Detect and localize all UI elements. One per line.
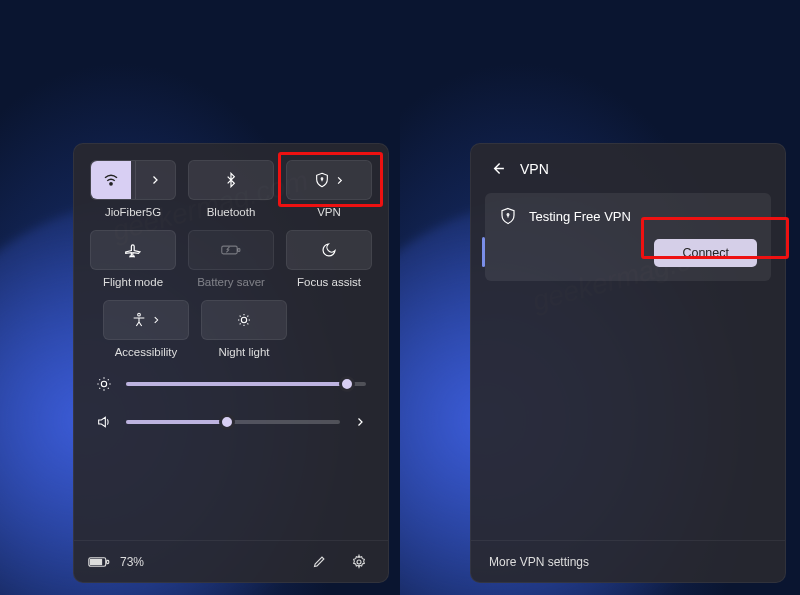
svg-rect-8 <box>107 560 109 563</box>
night-light-icon <box>236 312 252 328</box>
battery-percentage: 73% <box>120 555 144 569</box>
svg-point-6 <box>101 381 106 386</box>
accessibility-icon <box>131 312 147 328</box>
svg-point-0 <box>110 183 112 185</box>
svg-point-10 <box>357 560 361 564</box>
battery-status-icon <box>88 555 110 569</box>
accessibility-label: Accessibility <box>115 346 178 358</box>
night-light-label: Night light <box>218 346 269 358</box>
flight-mode-label: Flight mode <box>103 276 163 288</box>
wifi-expand-button[interactable] <box>135 161 176 199</box>
focus-assist-label: Focus assist <box>297 276 361 288</box>
vpn-panel: VPN Testing Free VPN Connect More VPN se… <box>470 143 786 583</box>
quick-settings-footer: 73% <box>74 540 388 582</box>
wifi-toggle[interactable] <box>91 161 131 199</box>
battery-saver-label: Battery saver <box>197 276 265 288</box>
moon-icon <box>321 242 337 258</box>
svg-point-11 <box>507 214 509 216</box>
volume-slider[interactable] <box>96 414 366 430</box>
accessibility-tile[interactable] <box>103 300 189 340</box>
shield-lock-icon <box>499 207 517 225</box>
wifi-tile[interactable] <box>90 160 176 200</box>
bluetooth-icon <box>223 172 239 188</box>
annotation-highlight <box>278 152 383 207</box>
back-arrow-icon[interactable] <box>489 160 506 177</box>
battery-saver-tile[interactable] <box>188 230 274 270</box>
flight-mode-tile[interactable] <box>90 230 176 270</box>
chevron-right-icon <box>151 315 161 325</box>
airplane-icon <box>125 242 142 259</box>
edit-button[interactable] <box>304 547 334 577</box>
vpn-panel-title: VPN <box>520 161 549 177</box>
annotation-highlight <box>641 217 789 259</box>
brightness-icon <box>96 376 112 392</box>
svg-point-4 <box>138 313 141 316</box>
settings-button[interactable] <box>344 547 374 577</box>
pencil-icon <box>312 554 327 569</box>
brightness-slider[interactable] <box>96 376 366 392</box>
svg-point-5 <box>241 317 246 322</box>
focus-assist-tile[interactable] <box>286 230 372 270</box>
quick-settings-panel: JioFiber5G Bluetooth VPN Flight mode <box>73 143 389 583</box>
volume-icon <box>96 414 112 430</box>
bluetooth-tile[interactable] <box>188 160 274 200</box>
more-vpn-settings-link[interactable]: More VPN settings <box>489 555 589 569</box>
svg-rect-9 <box>91 559 102 564</box>
night-light-tile[interactable] <box>201 300 287 340</box>
selection-indicator <box>482 237 485 267</box>
battery-saver-icon <box>221 243 241 257</box>
bluetooth-label: Bluetooth <box>207 206 256 218</box>
gear-icon <box>351 554 367 570</box>
vpn-connection-name: Testing Free VPN <box>529 209 631 224</box>
vpn-label: VPN <box>317 206 341 218</box>
chevron-right-icon <box>149 174 161 186</box>
wifi-label: JioFiber5G <box>105 206 161 218</box>
wifi-icon <box>102 171 120 189</box>
chevron-right-icon[interactable] <box>354 416 366 428</box>
svg-rect-3 <box>238 248 240 251</box>
